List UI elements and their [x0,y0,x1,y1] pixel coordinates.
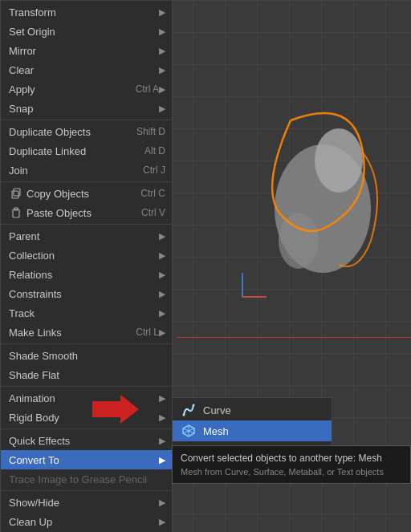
separator [1,428,172,429]
copy-icon [9,186,23,201]
red-horizontal-line [177,337,411,338]
svg-rect-6 [14,189,20,196]
red-arrow-indicator [92,393,140,431]
menu-item-clear[interactable]: Clear ▶ [1,60,172,79]
arrow-icon: ▶ [159,84,165,95]
svg-point-10 [183,414,185,416]
menu-item-relations[interactable]: Relations ▶ [1,265,172,284]
menu-item-paste-objects[interactable]: Paste Objects Ctrl V [1,203,172,222]
menu-item-quick-effects[interactable]: Quick Effects ▶ [1,431,172,450]
arrow-icon: ▶ [159,104,165,114]
arrow-icon: ▶ [159,65,165,75]
arrow-icon: ▶ [159,270,165,280]
svg-point-2 [279,213,319,269]
separator [1,120,172,120]
svg-point-11 [193,404,195,407]
separator [1,386,172,387]
arrow-icon: ▶ [159,517,165,527]
arrow-icon: ▶ [159,412,165,423]
svg-marker-9 [92,395,139,424]
menu-item-duplicate-objects[interactable]: Duplicate Objects Shift D [1,122,172,141]
arrow-icon: ▶ [159,289,165,299]
menu-item-apply[interactable]: Apply Ctrl A ▶ [1,79,172,99]
menu-item-constraints[interactable]: Constraints ▶ [1,284,172,303]
menu-item-trace-image: Trace Image to Grease Pencil [1,469,172,489]
context-menu: Transform ▶ Set Origin ▶ Mirror ▶ Clear … [0,0,173,532]
menu-item-shade-smooth[interactable]: Shade Smooth [1,346,172,365]
arrow-icon: ▶ [159,46,165,56]
menu-item-clean-up[interactable]: Clean Up ▶ [1,512,172,531]
separator [1,181,172,182]
menu-item-snap[interactable]: Snap ▶ [1,99,172,118]
menu-item-make-links[interactable]: Make Links Ctrl L ▶ [1,323,172,342]
submenu-item-label: Curve [203,404,231,416]
arrow-icon: ▶ [159,327,165,338]
tooltip-title: Convert selected objects to another type… [181,453,402,464]
separator [1,224,172,225]
submenu-item-mesh[interactable]: Mesh [173,420,332,441]
menu-item-show-hide[interactable]: Show/Hide ▶ [1,493,172,512]
menu-item-parent[interactable]: Parent ▶ [1,226,172,246]
menu-item-animation[interactable]: Animation ▶ [1,388,172,408]
arrow-icon: ▶ [159,497,165,508]
submenu-item-curve[interactable]: Curve [173,400,332,420]
menu-item-convert-to[interactable]: Convert To ▶ [1,450,172,469]
menu-item-join[interactable]: Join Ctrl J [1,160,172,180]
arrow-icon: ▶ [159,455,165,465]
3d-object [234,80,395,323]
paste-icon [9,205,23,220]
arrow-icon: ▶ [159,436,165,446]
arrow-icon: ▶ [159,7,165,18]
arrow-icon: ▶ [159,393,165,404]
separator [1,343,172,344]
submenu-item-label: Mesh [203,425,229,437]
menu-item-duplicate-linked[interactable]: Duplicate Linked Alt D [1,141,172,160]
curve-icon [181,402,197,418]
menu-item-mirror[interactable]: Mirror ▶ [1,41,172,60]
arrow-icon: ▶ [159,231,165,242]
arrow-icon: ▶ [159,308,165,319]
arrow-icon: ▶ [159,26,165,37]
mesh-icon [181,423,197,439]
menu-item-copy-objects[interactable]: Copy Objects Ctrl C [1,184,172,203]
menu-item-collection[interactable]: Collection ▶ [1,246,172,265]
menu-item-track[interactable]: Track ▶ [1,303,172,323]
svg-point-1 [315,128,363,193]
separator [1,490,172,491]
menu-item-transform[interactable]: Transform ▶ [1,2,172,22]
menu-item-shade-flat[interactable]: Shade Flat [1,365,172,384]
svg-rect-5 [12,191,18,198]
arrow-icon: ▶ [159,250,165,261]
menu-item-rigid-body[interactable]: Rigid Body ▶ [1,408,172,427]
menu-item-set-origin[interactable]: Set Origin ▶ [1,22,172,41]
tooltip-description: Mesh from Curve, Surface, Metaball, or T… [181,467,402,477]
tooltip-box: Convert selected objects to another type… [172,445,411,484]
